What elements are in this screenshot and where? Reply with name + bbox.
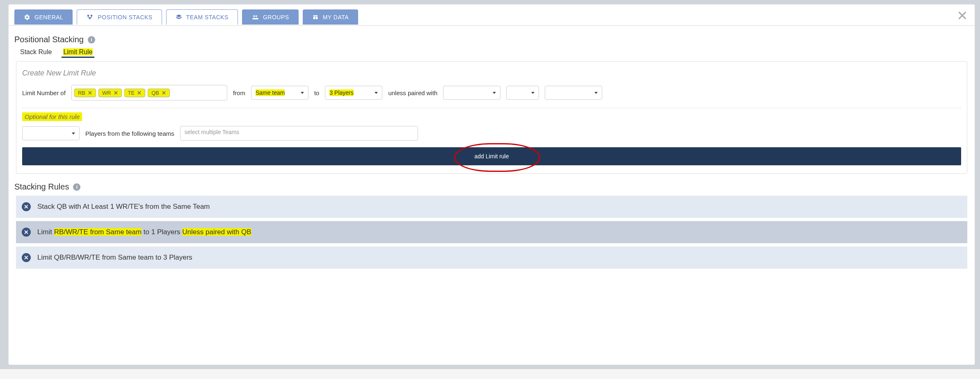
tab-my-data-label: MY DATA bbox=[323, 14, 349, 21]
table-icon bbox=[312, 14, 319, 20]
limit-row: Limit Number of RB ✕ WR ✕ TE ✕ bbox=[22, 85, 961, 100]
to-dropdown[interactable]: 3 Players bbox=[325, 86, 382, 100]
rules-header-row: Stacking Rules i bbox=[14, 182, 969, 192]
tag-te[interactable]: TE ✕ bbox=[124, 89, 146, 97]
optional-row: Players from the following teams select … bbox=[22, 126, 961, 141]
optional-dropdown[interactable] bbox=[22, 126, 80, 140]
unless-dropdown-2[interactable] bbox=[506, 86, 539, 100]
chevron-down-icon bbox=[301, 92, 304, 94]
tab-groups-label: GROUPS bbox=[263, 14, 289, 21]
delete-rule-icon[interactable]: ✕ bbox=[22, 228, 31, 237]
delete-rule-icon[interactable]: ✕ bbox=[22, 253, 31, 262]
tab-general[interactable]: GENERAL bbox=[14, 9, 73, 25]
positions-input[interactable]: RB ✕ WR ✕ TE ✕ QB ✕ bbox=[71, 85, 227, 100]
rule-text-hl2: Unless paired with QB bbox=[182, 228, 251, 236]
from-value: Same team bbox=[256, 89, 285, 96]
rule-text: Limit RB/WR/TE from Same team to 1 Playe… bbox=[37, 228, 251, 236]
rules-list: ✕ Stack QB with At Least 1 WR/TE's from … bbox=[16, 196, 967, 272]
add-limit-rule-button[interactable]: add Limit rule bbox=[22, 147, 961, 165]
subtab-limit-rule[interactable]: Limit Rule bbox=[62, 48, 94, 58]
section-title-text: Positional Stacking bbox=[14, 35, 84, 44]
rule-text-hl1: RB/WR/TE from Same team bbox=[54, 228, 142, 236]
subtab-stack-rule[interactable]: Stack Rule bbox=[18, 48, 53, 58]
rule-item: ✕ Limit QB/RB/WR/TE from Same team to 3 … bbox=[16, 247, 967, 272]
delete-rule-icon[interactable]: ✕ bbox=[22, 202, 31, 211]
svg-rect-1 bbox=[91, 15, 92, 16]
top-tabs: GENERAL POSITION STACKS TEAM STACKS GROU… bbox=[9, 9, 975, 26]
svg-point-4 bbox=[256, 15, 257, 17]
rule-text-mid: to 1 Players bbox=[142, 228, 182, 236]
unless-dropdown-3[interactable] bbox=[545, 86, 602, 100]
rule-text: Stack QB with At Least 1 WR/TE's from th… bbox=[37, 203, 210, 211]
tab-position-stacks[interactable]: POSITION STACKS bbox=[77, 9, 162, 25]
optional-label: Optional for this rule bbox=[22, 112, 82, 121]
svg-point-3 bbox=[253, 15, 255, 17]
add-limit-rule-label: add Limit rule bbox=[474, 153, 509, 160]
svg-rect-0 bbox=[87, 15, 89, 16]
info-icon[interactable]: i bbox=[73, 183, 80, 191]
tag-wr-label: WR bbox=[102, 90, 111, 96]
chevron-down-icon bbox=[493, 92, 496, 94]
unless-dropdown-1[interactable] bbox=[443, 86, 500, 100]
tab-position-stacks-label: POSITION STACKS bbox=[98, 14, 152, 21]
info-icon[interactable]: i bbox=[88, 36, 95, 43]
subtabs: Stack Rule Limit Rule bbox=[18, 48, 969, 58]
players-from-label: Players from the following teams bbox=[85, 130, 174, 137]
tab-general-label: GENERAL bbox=[34, 14, 63, 21]
teams-multiselect[interactable]: select multiple Teams bbox=[180, 126, 418, 141]
modal-container: × GENERAL POSITION STACKS TEAM STACKS GR… bbox=[8, 4, 975, 365]
position-icon bbox=[86, 14, 94, 21]
gear-icon bbox=[24, 14, 30, 21]
chevron-down-icon bbox=[72, 132, 75, 135]
to-label: to bbox=[314, 89, 320, 96]
rule-text-pre: Limit bbox=[37, 228, 54, 236]
tag-te-remove-icon[interactable]: ✕ bbox=[137, 90, 142, 96]
tag-wr-remove-icon[interactable]: ✕ bbox=[114, 90, 118, 96]
subtab-limit-label: Limit Rule bbox=[63, 48, 92, 55]
tab-my-data[interactable]: MY DATA bbox=[303, 9, 358, 25]
from-label: from bbox=[233, 89, 245, 96]
create-rule-panel: Create New Limit Rule Limit Number of RB… bbox=[16, 61, 967, 174]
rule-item: ✕ Stack QB with At Least 1 WR/TE's from … bbox=[16, 196, 967, 221]
chevron-down-icon bbox=[375, 92, 378, 94]
panel-title: Create New Limit Rule bbox=[22, 69, 961, 78]
separator bbox=[22, 108, 961, 108]
tag-te-label: TE bbox=[128, 90, 135, 96]
layers-icon bbox=[176, 14, 182, 21]
chevron-down-icon bbox=[594, 92, 598, 94]
rule-text: Limit QB/RB/WR/TE from Same team to 3 Pl… bbox=[37, 253, 192, 262]
rule-item: ✕ Limit RB/WR/TE from Same team to 1 Pla… bbox=[16, 221, 967, 247]
tab-team-stacks[interactable]: TEAM STACKS bbox=[166, 9, 238, 25]
tab-team-stacks-label: TEAM STACKS bbox=[186, 14, 228, 21]
section-title: Positional Stacking i bbox=[14, 35, 969, 44]
subtab-stack-label: Stack Rule bbox=[20, 48, 52, 55]
unless-label: unless paired with bbox=[388, 89, 437, 96]
tag-qb-remove-icon[interactable]: ✕ bbox=[162, 90, 166, 96]
limit-number-label: Limit Number of bbox=[22, 89, 66, 96]
groups-icon bbox=[251, 14, 259, 21]
tab-groups[interactable]: GROUPS bbox=[242, 9, 299, 25]
chevron-down-icon bbox=[531, 92, 535, 94]
tag-rb-remove-icon[interactable]: ✕ bbox=[88, 90, 92, 96]
teams-placeholder: select multiple Teams bbox=[185, 129, 240, 135]
tag-rb-label: RB bbox=[78, 90, 85, 96]
rules-header: Stacking Rules bbox=[14, 182, 69, 192]
from-dropdown[interactable]: Same team bbox=[251, 86, 308, 100]
close-icon[interactable]: × bbox=[957, 7, 967, 24]
tag-qb[interactable]: QB ✕ bbox=[148, 89, 170, 97]
tag-wr[interactable]: WR ✕ bbox=[98, 89, 122, 97]
tag-rb[interactable]: RB ✕ bbox=[74, 89, 96, 97]
tag-qb-label: QB bbox=[151, 90, 159, 96]
to-value: 3 Players bbox=[329, 89, 353, 96]
